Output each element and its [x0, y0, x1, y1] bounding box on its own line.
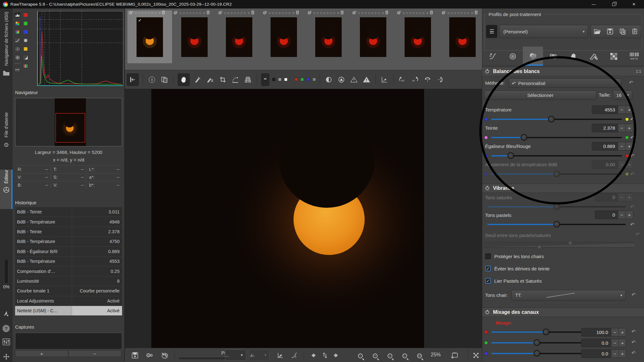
- thumb-profile-icon[interactable]: [397, 10, 401, 15]
- thumb-image[interactable]: [181, 17, 208, 57]
- wb-slider-1-minus[interactable]: −: [618, 124, 625, 132]
- history-row[interactable]: BdB - Température4553: [15, 257, 122, 266]
- color-picker-button[interactable]: [193, 75, 202, 84]
- mixer-minus-1[interactable]: −: [611, 339, 619, 347]
- thumb-profile-icon[interactable]: [352, 10, 356, 15]
- thumb-trash-icon[interactable]: [296, 10, 299, 15]
- wb-slider-1-slider[interactable]: [491, 134, 622, 141]
- thumb-colorlabel-icon[interactable]: ○: [471, 11, 473, 15]
- next-image-button[interactable]: [332, 351, 341, 360]
- history-row[interactable]: Compensation d'...0.25: [15, 266, 122, 276]
- thumb-colorlabel-icon[interactable]: ○: [382, 11, 384, 15]
- vibrance-threshold-reset[interactable]: ↶: [634, 231, 641, 237]
- preview-green-channel[interactable]: [300, 78, 304, 81]
- vibrance-slider-0-slider[interactable]: [487, 204, 626, 210]
- thumb-profile-icon[interactable]: [442, 10, 446, 15]
- mixer-minus-0[interactable]: −: [611, 328, 619, 336]
- hsv-wheel-icon[interactable]: [14, 29, 20, 35]
- bar-indicator-icon[interactable]: [23, 63, 29, 69]
- wb-slider-1-plus[interactable]: +: [625, 124, 633, 132]
- crop-guide-button[interactable]: [380, 75, 389, 84]
- mixer-slider-1[interactable]: [491, 340, 582, 346]
- wb-slider-0-spinbox[interactable]: 4553−+: [592, 105, 633, 114]
- thumb-colorlabel-icon[interactable]: ○: [337, 11, 339, 15]
- history-row[interactable]: BdB - Teinte3.011: [15, 207, 122, 217]
- mixer-plus-2[interactable]: +: [619, 350, 626, 358]
- vibrance-slider-0-minus[interactable]: −: [618, 193, 625, 201]
- thumb-profile-icon[interactable]: [263, 10, 267, 15]
- help-icon[interactable]: ?: [3, 325, 10, 332]
- thumb-trash-icon[interactable]: [251, 10, 255, 15]
- wb-picker-button[interactable]: [205, 75, 215, 84]
- zoom-fit-crop-button[interactable]: □: [400, 351, 409, 360]
- mixer-reset-1[interactable]: ↶: [630, 339, 637, 345]
- thumb-rank-stars[interactable]: ☆☆☆☆☆☆☆: [268, 11, 291, 15]
- filmstrip-thumbnail[interactable]: ☆☆☆☆☆☆☆ ○: [172, 10, 217, 63]
- tab-advanced[interactable]: [543, 47, 563, 66]
- history-row[interactable]: Netteté (USM) - C...Activé: [15, 306, 122, 316]
- history-row[interactable]: BdB - Température4948: [15, 217, 122, 227]
- wb-slider-3-spinbox[interactable]: 0.00−+: [592, 160, 633, 169]
- wb-slider-3-plus[interactable]: +: [625, 161, 633, 168]
- green-channel-icon[interactable]: [23, 21, 29, 26]
- vibrance-slider-1-minus[interactable]: −: [618, 211, 625, 219]
- profile-fill-mode-button[interactable]: ☰: [486, 25, 497, 38]
- zoom-fit-button[interactable]: ⌐: [385, 351, 395, 360]
- wb-slider-1-spinbox[interactable]: 2.378−+: [592, 124, 633, 132]
- wb-slider-2-slider[interactable]: [491, 153, 622, 159]
- bg-black-swatch[interactable]: [272, 78, 276, 81]
- mixer-power-icon[interactable]: [485, 310, 489, 314]
- preview-blue-channel[interactable]: [306, 78, 310, 81]
- history-row[interactable]: BdB - Égaliseur B/R0.889: [15, 247, 122, 257]
- save-profile-icon[interactable]: [607, 28, 613, 35]
- fullscreen-button[interactable]: [471, 351, 481, 360]
- vibrance-slider-1-slider[interactable]: [487, 221, 626, 228]
- tab-color[interactable]: [523, 47, 543, 66]
- thumb-image[interactable]: [315, 17, 342, 57]
- chromaticity-channel-icon[interactable]: [23, 46, 29, 52]
- thumb-rank-stars[interactable]: ☆☆☆☆☆☆☆: [447, 11, 470, 15]
- filmstrip-thumbnail[interactable]: ☆☆☆☆☆☆☆ ○: [217, 10, 261, 63]
- luminosity-channel-icon[interactable]: [23, 38, 29, 43]
- mixer-reset-0[interactable]: ↶: [630, 329, 637, 335]
- minimize-button[interactable]: —: [584, 0, 604, 8]
- wb-slider-0-slider[interactable]: [491, 116, 622, 122]
- navigator-title[interactable]: Navigateur: [15, 90, 38, 95]
- curve-indicator-icon[interactable]: [289, 351, 299, 360]
- capture-remove-button[interactable]: −: [68, 350, 121, 357]
- color-profile-dropdown[interactable]: ▼: [249, 349, 270, 361]
- thumb-colorlabel-icon[interactable]: ○: [426, 11, 428, 15]
- mixer-slider-0[interactable]: [491, 329, 582, 335]
- wb-slider-3-reset[interactable]: ↶: [629, 171, 636, 177]
- curve-mode-icon[interactable]: [14, 38, 20, 43]
- sync-filebrowser-button[interactable]: [320, 351, 330, 360]
- maximize-button[interactable]: [604, 0, 624, 8]
- preview-mode-dropdown[interactable]: ...▼: [225, 349, 246, 361]
- thumb-trash-icon[interactable]: [474, 10, 478, 15]
- captures-title[interactable]: Captures: [15, 324, 34, 330]
- save-image-button[interactable]: [130, 351, 140, 360]
- rail-tab-queue[interactable]: File d'attente ⚙: [0, 112, 13, 166]
- mixer-section-header[interactable]: Mixage des canaux: [482, 308, 644, 317]
- thumb-image[interactable]: [360, 17, 386, 57]
- bg-white-swatch[interactable]: [284, 78, 288, 81]
- thumb-trash-icon[interactable]: [430, 10, 433, 15]
- thumb-rank-stars[interactable]: ☆☆☆☆☆☆☆: [402, 11, 425, 15]
- captures-list[interactable]: [15, 333, 122, 349]
- tab-raw[interactable]: [604, 47, 624, 66]
- highlight-clipping-button[interactable]: [362, 75, 371, 84]
- raw-histogram-icon[interactable]: [23, 55, 29, 60]
- mixer-reset-2[interactable]: ↶: [630, 350, 637, 356]
- paste-profile-icon[interactable]: [632, 28, 638, 35]
- skin-tone-curve-dropdown[interactable]: TT: ▼: [511, 290, 626, 301]
- send-to-editor-icon[interactable]: [3, 310, 10, 317]
- zoom-100-button[interactable]: 1:1: [415, 351, 424, 360]
- red-channel-icon[interactable]: [23, 12, 29, 18]
- rail-tab-editor[interactable]: Éditeur: [0, 170, 13, 209]
- thumb-image[interactable]: [226, 17, 252, 57]
- wb-select-button[interactable]: Sélectionner: [484, 90, 596, 100]
- zoom-in-button[interactable]: +: [370, 351, 380, 360]
- straighten-indicator-icon[interactable]: [276, 351, 285, 360]
- vibrance-slider-0-spinbox[interactable]: 0−+: [595, 193, 633, 201]
- capture-add-button[interactable]: +: [15, 350, 68, 357]
